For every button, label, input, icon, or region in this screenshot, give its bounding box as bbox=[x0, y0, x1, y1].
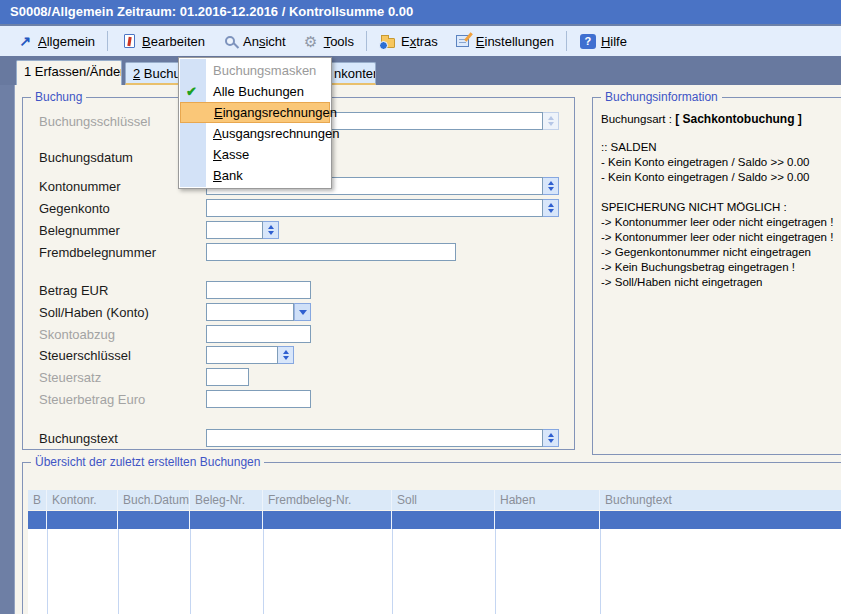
info-line: -> Soll/Haben nicht eingetragen bbox=[601, 275, 841, 290]
menu-item-kasse[interactable]: Kasse bbox=[179, 144, 331, 165]
uebersicht-panel: Übersicht der zuletzt erstellten Buchung… bbox=[22, 462, 841, 614]
buchung-panel-legend: Buchung bbox=[31, 90, 86, 105]
table-header-row: B Kontonr. Buch.Datum Beleg-Nr. Fremdbel… bbox=[28, 490, 841, 510]
buchungsart-line: Buchungsart : [ Sachkontobuchung ] bbox=[601, 112, 841, 126]
skontoabzug-input[interactable] bbox=[206, 325, 311, 343]
column-header[interactable]: Fremdbeleg-Nr. bbox=[263, 490, 392, 510]
steuersatz-input[interactable] bbox=[206, 368, 249, 386]
menu-label: Allgemein bbox=[38, 34, 95, 49]
menu-label: Bearbeiten bbox=[142, 34, 205, 49]
column-header[interactable]: Buchungtext bbox=[600, 490, 841, 510]
menubar-separator bbox=[107, 31, 108, 51]
menu-item-buchungsmasken[interactable]: Buchungsmasken bbox=[179, 60, 331, 81]
window-titlebar: S0008/Allgemein Zeitraum: 01.2016-12.201… bbox=[0, 0, 841, 26]
help-icon: ? bbox=[579, 33, 597, 49]
menu-extras[interactable]: Extras bbox=[371, 30, 446, 52]
tab-erfassen-aendern[interactable]: 1 Erfassen/Ändern bbox=[16, 60, 122, 85]
form-row-steuersatz: Steuersatz bbox=[39, 368, 249, 386]
menubar-separator bbox=[366, 31, 367, 51]
field-label: Soll/Haben (Konto) bbox=[39, 305, 206, 320]
menu-label: Hilfe bbox=[601, 34, 627, 49]
check-icon: ✔ bbox=[186, 81, 197, 102]
app-window: S0008/Allgemein Zeitraum: 01.2016-12.201… bbox=[0, 0, 841, 614]
column-header[interactable]: Beleg-Nr. bbox=[190, 490, 263, 510]
column-header[interactable]: Haben bbox=[495, 490, 600, 510]
chevron-down-icon[interactable] bbox=[294, 303, 311, 321]
fremdbelegnummer-input[interactable] bbox=[206, 243, 456, 261]
buchungsinformation-body: Buchungsart : [ Sachkontobuchung ] :: SA… bbox=[601, 112, 841, 290]
bookings-table: B Kontonr. Buch.Datum Beleg-Nr. Fremdbel… bbox=[28, 490, 841, 614]
tab-bar: 1 Erfassen/Ändern 2 Buchun nkonten bbox=[0, 56, 841, 85]
field-label: Steuerschlüssel bbox=[39, 348, 206, 363]
column-header[interactable]: Soll bbox=[392, 490, 495, 510]
info-line: - Kein Konto eingetragen / Saldo >> 0.00 bbox=[601, 170, 841, 185]
soll-haben-select[interactable] bbox=[206, 303, 294, 321]
steuerbetrag-euro-input[interactable] bbox=[206, 390, 311, 408]
column-header[interactable]: B bbox=[28, 490, 47, 510]
arrow-up-right-icon: ↗ bbox=[16, 33, 34, 49]
magnifier-icon bbox=[221, 33, 239, 49]
field-label: Fremdbelegnummer bbox=[39, 245, 206, 260]
spinner-icon[interactable] bbox=[263, 221, 279, 239]
field-label: Buchungstext bbox=[39, 431, 206, 446]
spinner-icon[interactable] bbox=[543, 112, 559, 130]
menu-label: Einstellungen bbox=[476, 34, 554, 49]
form-row-betrag: Betrag EUR bbox=[39, 281, 311, 299]
info-line: - Kein Konto eingetragen / Saldo >> 0.00 bbox=[601, 155, 841, 170]
spinner-icon[interactable] bbox=[278, 346, 294, 364]
menu-label: Tools bbox=[324, 34, 354, 49]
steuerschluessel-input[interactable] bbox=[206, 346, 278, 364]
settings-note-icon bbox=[454, 33, 472, 49]
field-label: Steuerbetrag Euro bbox=[39, 392, 206, 407]
form-row-fremdbelegnummer: Fremdbelegnummer bbox=[39, 243, 456, 261]
info-line: :: SALDEN bbox=[601, 140, 841, 155]
menu-label: Extras bbox=[401, 34, 438, 49]
column-header[interactable]: Buch.Datum bbox=[118, 490, 190, 510]
info-line: -> Kein Buchungsbetrag eingetragen ! bbox=[601, 260, 841, 275]
info-line: -> Gegenkontonummer nicht eingetragen bbox=[601, 245, 841, 260]
menu-allgemein[interactable]: ↗ Allgemein bbox=[8, 30, 103, 52]
tab-konten[interactable]: nkonten bbox=[326, 62, 376, 85]
gear-icon: ⚙ bbox=[302, 33, 320, 49]
ansicht-dropdown-menu: Buchungsmasken ✔Alle Buchungen Eingangsr… bbox=[178, 57, 332, 189]
menu-ansicht[interactable]: Ansicht bbox=[213, 30, 294, 52]
table-empty-area bbox=[28, 529, 841, 614]
buchungstext-input[interactable] bbox=[206, 429, 543, 447]
table-row-selected[interactable] bbox=[28, 511, 841, 529]
window-title: S0008/Allgemein Zeitraum: 01.2016-12.201… bbox=[10, 4, 413, 19]
menu-item-eingangsrechnungen[interactable]: Eingangsrechnungen bbox=[180, 102, 330, 123]
form-row-gegenkonto: Gegenkonto bbox=[39, 199, 559, 217]
form-row-skontoabzug: Skontoabzug bbox=[39, 325, 311, 343]
menu-hilfe[interactable]: ? Hilfe bbox=[571, 30, 635, 52]
menu-item-bank[interactable]: Bank bbox=[179, 165, 331, 186]
menu-item-ausgangsrechnungen[interactable]: Ausgangsrechnungen bbox=[179, 123, 331, 144]
buchungsinformation-panel: Buchungsinformation Buchungsart : [ Sach… bbox=[592, 97, 841, 455]
menu-einstellungen[interactable]: Einstellungen bbox=[446, 30, 562, 52]
info-line: SPEICHERUNG NICHT MÖGLICH : bbox=[601, 200, 841, 215]
uebersicht-legend: Übersicht der zuletzt erstellten Buchung… bbox=[31, 455, 264, 470]
form-row-steuerschluessel: Steuerschlüssel bbox=[39, 346, 294, 364]
info-line: -> Kontonummer leer oder nicht eingetrag… bbox=[601, 215, 841, 230]
menu-item-alle-buchungen[interactable]: ✔Alle Buchungen bbox=[179, 81, 331, 102]
field-label: Betrag EUR bbox=[39, 283, 206, 298]
menu-tools[interactable]: ⚙ Tools bbox=[294, 30, 362, 52]
form-row-belegnummer: Belegnummer bbox=[39, 221, 279, 239]
menubar-separator bbox=[566, 31, 567, 51]
edit-page-icon bbox=[120, 33, 138, 49]
column-header[interactable]: Kontonr. bbox=[47, 490, 118, 510]
field-label: Belegnummer bbox=[39, 223, 206, 238]
info-line bbox=[601, 185, 841, 200]
field-label: Steuersatz bbox=[39, 370, 206, 385]
belegnummer-input[interactable] bbox=[206, 221, 263, 239]
spinner-icon[interactable] bbox=[543, 177, 559, 195]
menu-label: Ansicht bbox=[243, 34, 286, 49]
left-frame-strip bbox=[0, 85, 15, 614]
spinner-icon[interactable] bbox=[543, 199, 559, 217]
gegenkonto-input[interactable] bbox=[206, 199, 543, 217]
buchungsinformation-legend: Buchungsinformation bbox=[601, 90, 722, 105]
form-row-steuerbetrag: Steuerbetrag Euro bbox=[39, 390, 311, 408]
menu-bearbeiten[interactable]: Bearbeiten bbox=[112, 30, 213, 52]
info-line: -> Kontonummer leer oder nicht eingetrag… bbox=[601, 230, 841, 245]
spinner-icon[interactable] bbox=[543, 429, 559, 447]
betrag-eur-input[interactable] bbox=[206, 281, 311, 299]
